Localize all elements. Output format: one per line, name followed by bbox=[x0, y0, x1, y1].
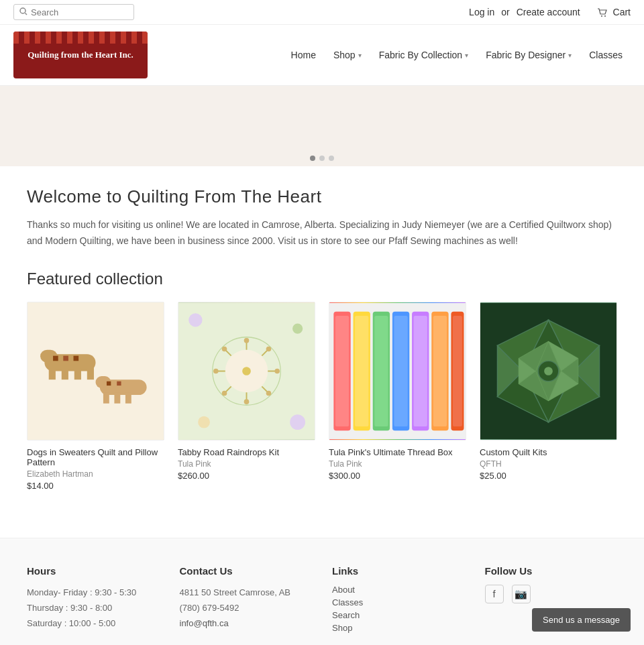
svg-line-1 bbox=[25, 13, 28, 15]
svg-point-2 bbox=[601, 15, 602, 17]
svg-rect-4 bbox=[28, 303, 164, 439]
product-price-2: $300.00 bbox=[329, 471, 466, 481]
product-name-2: Tula Pink's Ultimate Thread Box bbox=[329, 447, 466, 457]
svg-rect-17 bbox=[114, 392, 120, 403]
svg-point-38 bbox=[266, 346, 272, 351]
featured-collection-title: Featured collection bbox=[27, 270, 617, 288]
chevron-down-icon: ▾ bbox=[465, 52, 468, 59]
svg-rect-47 bbox=[335, 316, 349, 426]
footer-phone: (780) 679-5492 bbox=[180, 600, 313, 615]
footer-contact: Contact Us 4811 50 Street Camrose, AB (7… bbox=[180, 565, 313, 636]
chevron-down-icon: ▾ bbox=[568, 52, 572, 59]
svg-rect-55 bbox=[414, 316, 427, 426]
svg-point-39 bbox=[222, 390, 227, 396]
or-text: or bbox=[501, 7, 509, 17]
main-nav: Home Shop ▾ Fabric By Collection ▾ Fabri… bbox=[161, 36, 631, 74]
svg-point-33 bbox=[244, 338, 250, 343]
chevron-down-icon: ▾ bbox=[358, 52, 362, 59]
instagram-icon[interactable]: 📷 bbox=[512, 585, 531, 603]
svg-point-34 bbox=[244, 399, 250, 404]
svg-point-40 bbox=[266, 390, 272, 396]
svg-rect-53 bbox=[394, 316, 407, 426]
svg-point-24 bbox=[242, 367, 251, 375]
footer-hours: Hours Monday- Friday : 9:30 - 5:30 Thurs… bbox=[27, 565, 160, 636]
svg-rect-9 bbox=[74, 367, 81, 379]
svg-point-3 bbox=[604, 15, 606, 17]
svg-point-76 bbox=[544, 367, 553, 375]
product-price-3: $25.00 bbox=[480, 471, 617, 481]
svg-point-41 bbox=[189, 313, 202, 327]
product-image-3 bbox=[480, 302, 617, 441]
product-image-inner-0 bbox=[28, 302, 164, 440]
create-account-link[interactable]: Create account bbox=[517, 7, 580, 17]
product-card-3[interactable]: Custom Quilt Kits QFTH $25.00 bbox=[480, 302, 617, 491]
search-box[interactable] bbox=[13, 4, 134, 20]
chat-button[interactable]: Send us a message bbox=[532, 608, 631, 632]
product-grid: Dogs in Sweaters Quilt and Pillow Patter… bbox=[27, 302, 617, 491]
svg-point-0 bbox=[20, 8, 25, 13]
footer-follow-title: Follow Us bbox=[485, 565, 618, 577]
product-name-1: Tabby Road Raindrops Kit bbox=[178, 447, 315, 457]
product-brand-0: Elizabeth Hartman bbox=[27, 469, 164, 479]
product-card-0[interactable]: Dogs in Sweaters Quilt and Pillow Patter… bbox=[27, 302, 164, 491]
footer-hours-title: Hours bbox=[27, 565, 160, 577]
search-icon bbox=[19, 7, 28, 17]
svg-rect-10 bbox=[87, 367, 94, 379]
hero-slider bbox=[0, 86, 644, 166]
nav-item-classes[interactable]: Classes bbox=[581, 36, 631, 74]
svg-rect-57 bbox=[433, 316, 447, 426]
svg-rect-16 bbox=[103, 392, 109, 403]
hero-dot-2[interactable] bbox=[319, 156, 325, 161]
search-input[interactable] bbox=[31, 7, 128, 17]
main-content: Welcome to Quilting From The Heart Thank… bbox=[0, 166, 644, 538]
hero-dot-3[interactable] bbox=[329, 156, 334, 161]
product-price-1: $260.00 bbox=[178, 471, 315, 481]
facebook-icon[interactable]: f bbox=[485, 585, 504, 603]
footer-hours-line-1: Thursday : 9:30 - 8:00 bbox=[27, 600, 160, 615]
hero-dot-1[interactable] bbox=[310, 156, 315, 161]
product-price-0: $14.00 bbox=[27, 481, 164, 491]
footer-email[interactable]: info@qfth.ca bbox=[180, 615, 313, 631]
svg-rect-49 bbox=[355, 316, 368, 426]
product-image-2 bbox=[329, 302, 466, 441]
login-link[interactable]: Log in bbox=[469, 7, 494, 17]
footer-link-search[interactable]: Search bbox=[332, 610, 465, 620]
product-card-2[interactable]: Tula Pink's Ultimate Thread Box Tula Pin… bbox=[329, 302, 466, 491]
product-image-0 bbox=[27, 302, 164, 441]
svg-rect-59 bbox=[453, 316, 462, 426]
top-bar-links: Log in or Create account Cart bbox=[469, 7, 631, 17]
product-name-0: Dogs in Sweaters Quilt and Pillow Patter… bbox=[27, 447, 164, 467]
svg-point-43 bbox=[198, 416, 210, 428]
site-logo[interactable] bbox=[13, 32, 148, 78]
product-brand-2: Tula Pink bbox=[329, 459, 466, 469]
cart-icon-area[interactable]: Cart bbox=[597, 7, 631, 17]
nav-item-home[interactable]: Home bbox=[283, 36, 324, 74]
nav-item-fabric-by-collection[interactable]: Fabric By Collection ▾ bbox=[371, 36, 477, 74]
footer-contact-title: Contact Us bbox=[180, 565, 313, 577]
svg-point-37 bbox=[222, 346, 227, 351]
svg-point-35 bbox=[213, 368, 219, 373]
top-bar: Log in or Create account Cart bbox=[0, 0, 644, 25]
footer-social: f 📷 bbox=[485, 585, 618, 603]
footer-link-classes[interactable]: Classes bbox=[332, 597, 465, 607]
logo-area[interactable] bbox=[13, 25, 161, 85]
footer-link-shop[interactable]: Shop bbox=[332, 623, 465, 633]
nav-item-shop[interactable]: Shop ▾ bbox=[325, 36, 370, 74]
svg-rect-12 bbox=[63, 355, 68, 361]
product-name-3: Custom Quilt Kits bbox=[480, 447, 617, 457]
product-card-1[interactable]: Tabby Road Raindrops Kit Tula Pink $260.… bbox=[178, 302, 315, 491]
product-brand-1: Tula Pink bbox=[178, 459, 315, 469]
footer-address: 4811 50 Street Camrose, AB bbox=[180, 585, 313, 600]
svg-rect-19 bbox=[107, 381, 111, 385]
svg-rect-20 bbox=[117, 381, 121, 385]
nav-item-fabric-by-designer[interactable]: Fabric By Designer ▾ bbox=[478, 36, 580, 74]
svg-rect-18 bbox=[125, 392, 131, 403]
footer-links-title: Links bbox=[332, 565, 465, 577]
product-brand-3: QFTH bbox=[480, 459, 617, 469]
footer-link-about[interactable]: About bbox=[332, 585, 465, 595]
svg-rect-51 bbox=[374, 316, 388, 426]
product-image-1 bbox=[178, 302, 315, 441]
svg-rect-7 bbox=[49, 367, 56, 379]
product-image-inner-2 bbox=[329, 302, 466, 440]
svg-rect-13 bbox=[74, 355, 79, 361]
